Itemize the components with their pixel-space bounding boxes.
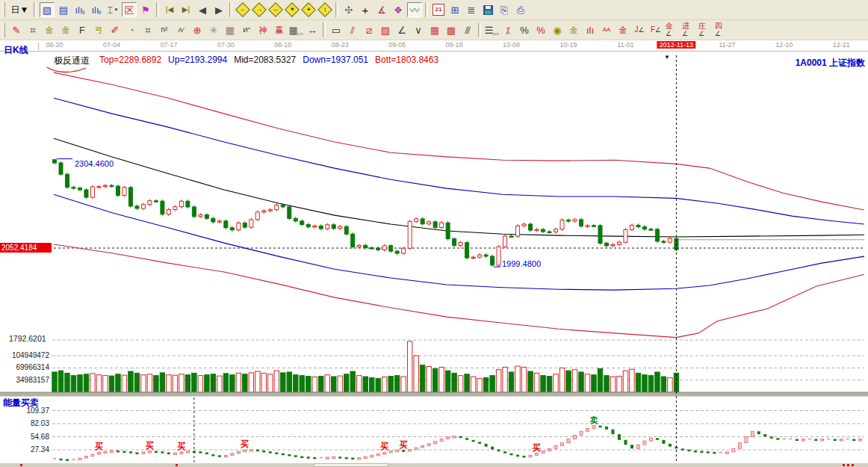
period-daily-button[interactable]: 日▼: [9, 1, 31, 18]
indicator-name-label: 极反通道: [54, 55, 90, 67]
gold-circle-icon[interactable]: ◉: [550, 22, 565, 37]
candle-style-icon[interactable]: ⌶▼: [105, 2, 120, 17]
gridlines: [52, 248, 864, 450]
expand-h-diamond-icon[interactable]: ↔: [268, 2, 283, 17]
cross-diamond-icon[interactable]: +: [301, 2, 316, 17]
crosshair-icon[interactable]: +: [358, 2, 373, 17]
chart-area[interactable]: 06-2007-0407-1707-3008-1008-2309-0509-18…: [0, 40, 868, 467]
k-quote-icon[interactable]: И″: [239, 22, 254, 37]
indicator-params: Top=2289.6892Up=2193.2994Mid=2083.5327Do…: [99, 55, 445, 65]
gold-red-icon[interactable]: 金: [616, 22, 630, 37]
shen-icon[interactable]: 神: [255, 22, 270, 37]
ying-icon[interactable]: 赢: [272, 22, 287, 37]
jin-angle-icon[interactable]: 进: [681, 22, 696, 37]
toolbar-grip[interactable]: [1, 2, 5, 17]
angle-measure-icon[interactable]: ∡: [374, 2, 389, 17]
measure-123-icon[interactable]: ☰₁₂₃: [484, 22, 499, 37]
grid-target-icon[interactable]: ▦: [223, 22, 238, 37]
pan-hand-icon[interactable]: ✣: [341, 2, 356, 17]
notes-icon[interactable]: ≣: [464, 2, 479, 17]
swing-high-price-label: 2304.4600: [75, 159, 114, 168]
brush-tool-icon[interactable]: ✐: [108, 22, 123, 37]
volume-bars: [52, 341, 679, 392]
gold-angle-icon[interactable]: 金: [665, 22, 680, 37]
bow-tool-icon[interactable]: 弓: [91, 22, 106, 37]
calendar-icon[interactable]: 21: [431, 2, 446, 17]
expand-v-diamond-icon[interactable]: ↕: [317, 2, 332, 17]
hatch-grid-icon[interactable]: ⌗: [25, 22, 40, 37]
info-list-icon[interactable]: ▤: [56, 2, 71, 17]
date-tick: 08-23: [332, 41, 349, 49]
cycle-clock-icon[interactable]: ◔: [124, 22, 139, 37]
calculator-icon[interactable]: ⊞: [447, 2, 462, 17]
gann-box-icon[interactable]: ▨: [378, 22, 393, 37]
region-zoom-icon[interactable]: ▧: [40, 2, 55, 17]
scrollbar-mark: [847, 464, 849, 466]
gold-channel2-icon[interactable]: 金: [58, 22, 73, 37]
panel-bottom-price-label: 1792.6201: [9, 334, 46, 343]
grid-123-icon[interactable]: ▦₁₂₃: [288, 22, 303, 37]
panel-type-label: 日K线: [4, 44, 28, 57]
gann-fan2-icon[interactable]: ⧄: [362, 22, 376, 37]
volume-axis-label: 34983157: [1, 376, 49, 384]
channel-line-bott: [54, 244, 864, 338]
bar-width-icon[interactable]: ↔: [305, 22, 320, 37]
prev-bar-icon[interactable]: ◀: [195, 2, 210, 17]
compress-9-bars-icon[interactable]: ılı9: [89, 2, 104, 17]
chart-canvas[interactable]: [0, 40, 868, 467]
grid-red2-icon[interactable]: ▩: [444, 22, 459, 37]
scrollbar-mark: [176, 464, 178, 466]
fibo-f-icon[interactable]: F: [75, 22, 90, 37]
n-squared-icon[interactable]: n²: [157, 22, 172, 37]
target-circle-icon[interactable]: ⊕: [190, 22, 205, 37]
si-angle-icon[interactable]: 四: [714, 22, 729, 37]
date-tick: 11-27: [719, 41, 735, 49]
double-a-icon[interactable]: AA: [599, 22, 614, 37]
toolbar-grip[interactable]: [1, 22, 5, 37]
grid-red-icon[interactable]: ▦: [427, 22, 442, 37]
cursor-marker-icon: ▼: [664, 54, 670, 61]
frame-lines: [0, 42, 868, 52]
percent-icon[interactable]: %: [517, 22, 532, 37]
a-slash-icon[interactable]: A∕: [173, 22, 188, 37]
ribbon-tool-icon[interactable]: ❖: [391, 2, 406, 17]
f-angle-icon[interactable]: F: [648, 22, 663, 37]
horizontal-scrollbar[interactable]: [0, 463, 868, 467]
zigzag-icon[interactable]: ∨: [411, 22, 426, 37]
percent-slash-icon[interactable]: ⁒: [500, 22, 515, 37]
volume-pen-icon[interactable]: ılı: [583, 22, 598, 37]
jump-right-diamond-icon[interactable]: →: [252, 2, 267, 17]
compress-3-bars-icon[interactable]: ılı3: [72, 2, 87, 17]
gold-lines-icon[interactable]: 金: [566, 22, 581, 37]
first-bar-icon[interactable]: |◀: [162, 2, 177, 17]
gold-channel-icon[interactable]: 金: [42, 22, 57, 37]
next-bar-icon[interactable]: ▶: [211, 2, 226, 17]
star-diamond-icon[interactable]: ✶: [285, 2, 300, 17]
curve-tool-icon[interactable]: 〰: [407, 2, 422, 17]
indicator-bars: [53, 426, 862, 461]
gann-fan-icon[interactable]: ⫽: [345, 22, 360, 37]
date-tick: 12-10: [775, 41, 793, 49]
jump-left-diamond-icon[interactable]: ←: [235, 2, 250, 17]
channel-draw-icon[interactable]: 区: [122, 2, 137, 17]
parallel-lines-icon[interactable]: ⫻: [460, 22, 475, 37]
last-bar-icon[interactable]: ▶|: [179, 2, 193, 17]
indicator-flag-icon[interactable]: ⚑: [138, 2, 153, 17]
channel-param: Mid=2083.5327: [234, 55, 296, 65]
box-select-icon[interactable]: ▭: [329, 22, 344, 37]
toolbar-separator: [425, 2, 428, 17]
percent-line-icon[interactable]: %: [533, 22, 548, 37]
channel-line-mid: [54, 138, 864, 237]
starburst-icon[interactable]: ✳: [206, 22, 221, 37]
draw-pen-icon[interactable]: ✎: [9, 22, 24, 37]
angle-line-icon[interactable]: ∠: [394, 22, 409, 37]
buy-signal-marker: 买: [380, 441, 388, 452]
j-angle-icon[interactable]: J: [632, 22, 647, 37]
print-icon[interactable]: ⎙: [513, 2, 528, 17]
export-icon[interactable]: ⎘: [497, 2, 512, 17]
scrollbar-thumb[interactable]: [314, 463, 388, 467]
zhuang-angle-icon[interactable]: 庄: [698, 22, 713, 37]
save-icon[interactable]: [480, 2, 495, 17]
hatch-grid2-icon[interactable]: ⌗: [140, 22, 155, 37]
app-window: { "toolbar_row1": {"icons": [ {"n":"peri…: [0, 0, 868, 467]
